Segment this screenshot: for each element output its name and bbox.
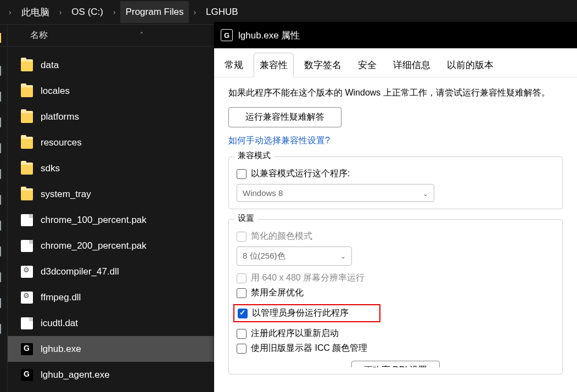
column-header-name[interactable]: 名称 ˄ [0,25,214,47]
file-name-label: chrome_200_percent.pak [41,240,147,251]
logitech-icon [21,343,33,355]
folder-icon [21,59,33,71]
file-name-label: lghub_agent.exe [41,369,110,380]
troubleshoot-button[interactable]: 运行兼容性疑难解答 [228,107,341,127]
file-name-label: sdks [41,163,60,174]
logitech-icon [21,369,33,381]
column-name-label: 名称 [30,30,48,41]
color-mode-select: 8 位(256)色 ⌄ [237,247,352,266]
file-row[interactable]: icudtl.dat [0,310,214,336]
file-row[interactable]: d3dcompiler_47.dll [0,259,214,284]
disable-fullscreen-row[interactable]: 禁用全屏优化 [237,287,554,299]
breadcrumb: › 此电脑 › OS (C:) › Program Files › LGHUB [0,0,577,24]
dialog-title-bar[interactable]: G lghub.exe 属性 [214,22,577,48]
file-row[interactable]: lghub_agent.exe [0,362,214,388]
checkbox-checked-icon[interactable] [238,309,248,318]
file-row[interactable]: data [0,52,214,78]
compat-mode-select[interactable]: Windows 8 ⌄ [237,184,434,202]
settings-title: 设置 [234,213,257,223]
file-row[interactable]: ffmpeg.dll [0,284,214,310]
legacy-icc-row[interactable]: 使用旧版显示器 ICC 颜色管理 [237,343,554,354]
disable-fullscreen-label: 禁用全屏优化 [251,287,304,299]
file-name-label: system_tray [41,189,91,200]
compat-mode-select-value: Windows 8 [243,188,283,198]
checkbox-icon [237,329,247,339]
tab-security[interactable]: 安全 [352,53,383,77]
register-restart-label: 注册此程序以重新启动 [251,328,339,339]
chevron-down-icon: ⌄ [340,253,346,260]
tab-previous-versions[interactable]: 以前的版本 [441,53,500,77]
file-name-label: platforms [41,111,79,122]
run-as-admin-highlight: 以管理员身份运行此程序 [233,304,380,322]
sort-arrow-icon: ˄ [140,31,143,39]
dll-icon [21,266,33,278]
tab-general[interactable]: 常规 [219,53,249,77]
tab-details[interactable]: 详细信息 [387,53,436,77]
run-as-admin-label: 以管理员身份运行此程序 [252,307,349,319]
file-row[interactable]: locales [0,78,214,104]
file-row[interactable]: sdks [0,155,214,181]
folder-icon [21,111,33,123]
compat-mode-checkbox-row[interactable]: 以兼容模式运行这个程序: [237,168,554,180]
folder-icon [21,137,33,149]
run-640-row: 用 640 x 480 屏幕分辨率运行 [237,272,554,284]
file-name-label: d3dcompiler_47.dll [41,266,119,277]
file-row[interactable]: resources [0,130,214,155]
crumb-program-files[interactable]: Program Files [120,1,189,23]
crumb-this-pc[interactable]: 此电脑 [16,1,55,24]
tab-digital-signatures[interactable]: 数字签名 [298,53,348,77]
compat-mode-title: 兼容模式 [234,150,274,161]
chevron-icon: › [55,8,66,16]
run-640-label: 用 640 x 480 屏幕分辨率运行 [251,272,365,284]
logitech-icon: G [221,29,233,41]
file-row[interactable]: chrome_200_percent.pak [0,233,214,259]
dialog-tabs: 常规 兼容性 数字签名 安全 详细信息 以前的版本 [214,48,577,77]
folder-icon [21,188,33,200]
compat-mode-label: 以兼容模式运行这个程序: [251,168,350,180]
properties-dialog: G lghub.exe 属性 常规 兼容性 数字签名 安全 详细信息 以前的版本… [214,22,577,392]
folder-icon [21,85,33,97]
file-name-label: icudtl.dat [41,318,78,329]
chevron-icon: › [109,8,120,16]
file-list-pane: 名称 ˄ datalocalesplatformsresourcessdkssy… [0,25,214,392]
file-name-label: data [41,60,59,71]
register-restart-row[interactable]: 注册此程序以重新启动 [237,328,554,339]
change-dpi-button[interactable]: 更改高 DPI 设置 [351,361,440,367]
file-name-label: resources [41,137,82,148]
crumb-os-c[interactable]: OS (C:) [66,1,109,23]
chevron-icon: › [4,8,16,16]
dialog-title-text: lghub.exe 属性 [238,29,300,42]
intro-text: 如果此程序不能在这个版本的 Windows 上正常工作，请尝试运行兼容性疑难解答… [228,86,563,99]
checkbox-icon [237,288,247,298]
file-row[interactable]: chrome_100_percent.pak [0,207,214,233]
file-name-label: chrome_100_percent.pak [41,215,147,226]
checkbox-icon [237,169,247,179]
simplify-colors-label: 简化的颜色模式 [251,231,312,242]
chevron-icon: › [189,8,200,16]
file-icon [21,317,33,329]
checkbox-icon [237,344,247,354]
file-row[interactable]: system_tray [0,181,214,207]
file-row[interactable]: lghub.exe [0,336,214,362]
file-icon [21,214,33,226]
crumb-lghub[interactable]: LGHUB [200,1,244,23]
tab-compatibility[interactable]: 兼容性 [254,53,294,77]
compat-mode-group: 兼容模式 以兼容模式运行这个程序: Windows 8 ⌄ [228,156,563,209]
compatibility-panel: 如果此程序不能在这个版本的 Windows 上正常工作，请尝试运行兼容性疑难解答… [214,77,577,392]
file-list: datalocalesplatformsresourcessdkssystem_… [0,47,214,388]
file-row[interactable]: platforms [0,104,214,130]
file-name-label: lghub.exe [41,344,81,355]
tree-strip [0,25,8,392]
simplify-colors-row: 简化的颜色模式 [237,231,554,242]
checkbox-icon [237,232,247,242]
file-name-label: locales [41,86,70,97]
checkbox-icon [237,273,247,283]
help-link[interactable]: 如何手动选择兼容性设置? [228,135,330,147]
legacy-icc-label: 使用旧版显示器 ICC 颜色管理 [251,343,367,354]
settings-group: 设置 简化的颜色模式 8 位(256)色 ⌄ 用 640 x 480 屏幕分辨率… [228,219,563,374]
color-mode-value: 8 位(256)色 [243,251,285,260]
folder-icon [21,163,33,175]
file-name-label: ffmpeg.dll [41,292,81,303]
dll-icon [21,292,33,304]
chevron-down-icon: ⌄ [423,190,428,198]
